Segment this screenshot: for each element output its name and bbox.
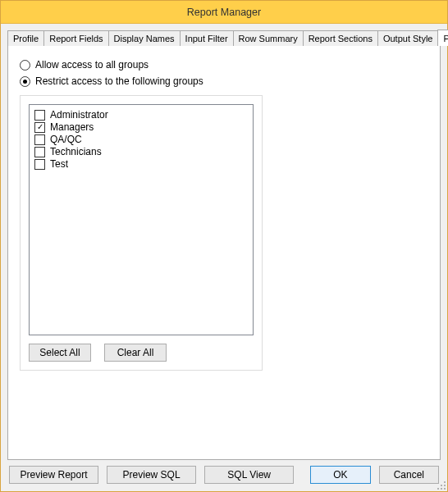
ok-button[interactable]: OK bbox=[310, 466, 370, 484]
group-label: QA/QC bbox=[50, 134, 82, 145]
radio-icon bbox=[20, 76, 30, 87]
client-area: Profile Report Fields Display Names Inpu… bbox=[1, 24, 447, 460]
clear-all-button[interactable]: Clear All bbox=[104, 344, 167, 362]
group-label: Test bbox=[50, 158, 68, 170]
group-item[interactable]: ✓Test bbox=[34, 158, 248, 170]
footer-bar: Preview Report Preview SQL SQL View OK C… bbox=[1, 460, 447, 491]
checkbox-icon[interactable]: ✓ bbox=[34, 134, 45, 145]
groups-buttons: Select All Clear All bbox=[29, 344, 254, 362]
tab-input-filter[interactable]: Input Filter bbox=[180, 30, 234, 46]
groups-frame: ✓Administrator✓Managers✓QA/QC✓Technician… bbox=[20, 95, 263, 371]
checkbox-icon[interactable]: ✓ bbox=[34, 147, 45, 157]
group-item[interactable]: ✓Managers bbox=[34, 121, 248, 133]
tab-profile[interactable]: Profile bbox=[7, 30, 44, 46]
tabstrip: Profile Report Fields Display Names Inpu… bbox=[7, 30, 441, 46]
checkbox-icon[interactable]: ✓ bbox=[34, 122, 45, 133]
checkbox-icon[interactable]: ✓ bbox=[34, 110, 45, 121]
group-item[interactable]: ✓Technicians bbox=[34, 146, 248, 157]
window-title: Report Manager bbox=[187, 7, 261, 18]
checkbox-icon[interactable]: ✓ bbox=[34, 159, 45, 170]
tab-permissions[interactable]: Permissions bbox=[437, 30, 448, 46]
radio-allow-label: Allow access to all groups bbox=[35, 59, 149, 71]
groups-listbox[interactable]: ✓Administrator✓Managers✓QA/QC✓Technician… bbox=[29, 104, 254, 335]
preview-report-button[interactable]: Preview Report bbox=[9, 466, 98, 484]
group-label: Technicians bbox=[50, 146, 102, 157]
tab-row-summary[interactable]: Row Summary bbox=[233, 30, 304, 46]
radio-restrict[interactable]: Restrict access to the following groups bbox=[20, 75, 428, 87]
radio-icon bbox=[20, 60, 30, 71]
tab-display-names[interactable]: Display Names bbox=[108, 30, 181, 46]
radio-restrict-label: Restrict access to the following groups bbox=[35, 75, 203, 87]
group-label: Administrator bbox=[50, 109, 108, 121]
tab-output-style[interactable]: Output Style bbox=[377, 30, 439, 46]
permissions-panel: Allow access to all groups Restrict acce… bbox=[7, 45, 441, 460]
radio-allow-all[interactable]: Allow access to all groups bbox=[20, 59, 428, 71]
group-label: Managers bbox=[50, 121, 94, 133]
group-item[interactable]: ✓Administrator bbox=[34, 109, 248, 121]
select-all-button[interactable]: Select All bbox=[29, 344, 91, 362]
preview-sql-button[interactable]: Preview SQL bbox=[107, 466, 196, 484]
tab-report-fields[interactable]: Report Fields bbox=[43, 30, 108, 46]
cancel-button[interactable]: Cancel bbox=[379, 466, 439, 484]
titlebar: Report Manager bbox=[1, 1, 447, 24]
resize-grip-icon[interactable] bbox=[437, 481, 446, 490]
tab-report-sections[interactable]: Report Sections bbox=[303, 30, 378, 46]
report-manager-window: Report Manager Profile Report Fields Dis… bbox=[0, 0, 448, 492]
group-item[interactable]: ✓QA/QC bbox=[34, 134, 248, 145]
sql-view-button[interactable]: SQL View bbox=[204, 466, 294, 484]
